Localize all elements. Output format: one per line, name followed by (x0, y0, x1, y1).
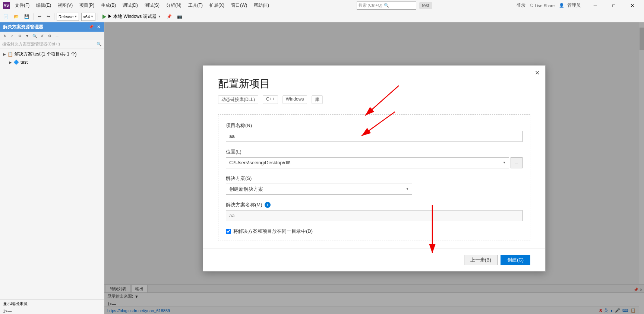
location-dropdown[interactable]: C:\Users\seeing\Desktop\dll\ ▼ (226, 157, 509, 168)
solution-name-group: 解决方案名称(M) i (226, 202, 523, 221)
separator-1 (34, 13, 34, 20)
attach-btn[interactable]: 📌 (165, 13, 174, 21)
browse-btn[interactable]: ... (511, 157, 523, 168)
modal-title: 配置新项目 (218, 77, 530, 91)
info-icon[interactable]: i (265, 202, 271, 208)
refresh-btn[interactable]: ↺ (39, 32, 45, 39)
redo-btn[interactable]: ↪ (45, 13, 52, 21)
menu-test[interactable]: 测试(S) (142, 1, 162, 9)
project-name-input[interactable] (226, 131, 523, 142)
solution-value: 创建新解决方案 (229, 186, 263, 193)
location-row: C:\Users\seeing\Desktop\dll\ ▼ ... (226, 157, 523, 168)
minimize-button[interactable]: ─ (587, 0, 604, 11)
menu-tools[interactable]: 工具(T) (185, 1, 206, 9)
checkbox-row: 将解决方案和项目放在同一目录中(D) (226, 228, 523, 235)
tree-item-test[interactable]: ▶ 🔷 test (0, 58, 104, 66)
menu-help[interactable]: 帮助(H) (251, 1, 272, 9)
create-button[interactable]: 创建(C) (501, 255, 530, 265)
vs-icon: VS (3, 2, 10, 9)
menu-bar: 文件(F) 编辑(E) 视图(V) 项目(P) 生成(B) 调试(D) 测试(S… (12, 1, 272, 9)
modal-overlay: ✕ 配置新项目 动态链接库(DLL) C++ Windows 库 项目名称(N (104, 22, 644, 314)
pin-icon[interactable]: 📌 (88, 24, 95, 30)
title-bar-left: VS 文件(F) 编辑(E) 视图(V) 项目(P) 生成(B) 调试(D) 测… (3, 1, 272, 9)
sidebar: 解决方案资源管理器 📌 ✕ ↻ ⌂ ⚙ ▼ 🔍 ↺ ⚙ ─ 搜索解决方案资源管理… (0, 22, 104, 314)
toolbar: 📄 📂 💾 ↩ ↪ Release ▼ x64 ▼ ▶ 本地 Windows 调… (0, 11, 644, 22)
form-section: 项目名称(N) 位置(L) C:\Users\seeing\Desktop\dl… (218, 114, 530, 241)
undo-btn[interactable]: ↩ (36, 13, 43, 21)
tag-dll: 动态链接库(DLL) (218, 95, 258, 104)
menu-analyze[interactable]: 分析(N) (163, 1, 184, 9)
menu-debug[interactable]: 调试(D) (120, 1, 141, 9)
search-btn[interactable]: 🔍 (31, 32, 38, 39)
output-label: 显示输出来源: (0, 299, 104, 308)
solution-name-input[interactable] (226, 210, 523, 221)
solution-dropdown-arrow: ▼ (406, 187, 409, 191)
solution-label: 解决方案'test'(1 个项目/共 1 个) (15, 51, 77, 57)
tree-item-solution[interactable]: ▶ 📋 解决方案'test'(1 个项目/共 1 个) (0, 50, 104, 58)
settings-btn[interactable]: ⚙ (16, 32, 23, 39)
output-content-line: 1>— (0, 308, 104, 314)
same-directory-checkbox[interactable] (226, 229, 231, 234)
solution-label: 解决方案(S) (226, 175, 523, 182)
solution-group: 解决方案(S) 创建新解决方案 ▼ (226, 175, 523, 195)
debug-btn[interactable]: ▶ 本地 Windows 调试器 ▼ (100, 13, 163, 20)
search-box[interactable]: 搜索 (Ctrl+Q) 🔍 (357, 1, 416, 10)
content-area: 错误列表 输出 📌 ✕ 显示输出来源: ▼ 1>— ✕ (104, 22, 644, 314)
profile-icon[interactable]: 👤 (559, 3, 564, 8)
new-project-btn[interactable]: 📄 (1, 13, 10, 21)
open-btn[interactable]: 📂 (12, 13, 21, 21)
location-label: 位置(L) (226, 149, 523, 155)
search-placeholder: 搜索 (Ctrl+Q) (359, 3, 382, 8)
sidebar-search: 搜索解决方案资源管理器(Ctrl+;) 🔍 (0, 40, 104, 48)
project-label: test (20, 60, 28, 65)
tag-lib: 库 (312, 95, 323, 104)
menu-window[interactable]: 窗口(W) (228, 1, 250, 9)
tag-cpp: C++ (263, 95, 278, 104)
project-name-label: 项目名称(N) (226, 122, 523, 129)
search-icon: 🔍 (384, 3, 389, 8)
live-share-btn[interactable]: ⬡ Live Share (530, 3, 555, 8)
sidebar-close-icon[interactable]: ✕ (96, 24, 101, 30)
close-button[interactable]: ✕ (624, 0, 641, 11)
menu-build[interactable]: 生成(B) (98, 1, 119, 9)
location-dropdown-arrow: ▼ (503, 161, 506, 164)
menu-view[interactable]: 视图(V) (55, 1, 76, 9)
platform-dropdown[interactable]: x64 ▼ (81, 13, 95, 21)
expand-arrow-solution: ▶ (3, 52, 6, 56)
modal-tags: 动态链接库(DLL) C++ Windows 库 (218, 95, 530, 104)
sync-btn[interactable]: ↻ (1, 32, 8, 39)
solution-dropdown[interactable]: 创建新解决方案 ▼ (226, 184, 412, 195)
sidebar-header: 解决方案资源管理器 📌 ✕ (0, 22, 104, 32)
screenshot-btn[interactable]: 📷 (175, 13, 184, 21)
debug-dropdown-arrow: ▼ (158, 15, 161, 18)
minus-icon[interactable]: ─ (54, 32, 60, 39)
manage-btn[interactable]: 管理员 (567, 2, 581, 9)
platform-dropdown-arrow: ▼ (91, 15, 94, 18)
checkbox-label[interactable]: 将解决方案和项目放在同一目录中(D) (233, 228, 313, 235)
menu-file[interactable]: 文件(F) (12, 1, 32, 9)
sidebar-search-text: 搜索解决方案资源管理器(Ctrl+;) (2, 41, 95, 47)
maximize-button[interactable]: □ (605, 0, 622, 11)
screenshot-icon: 📷 (177, 14, 182, 19)
sidebar-header-icons: 📌 ✕ (88, 24, 101, 30)
sidebar-search-icon[interactable]: 🔍 (97, 42, 102, 47)
modal-close-btn[interactable]: ✕ (533, 69, 542, 77)
home-btn[interactable]: ⌂ (9, 32, 16, 39)
filter-btn[interactable]: ▼ (24, 32, 31, 39)
project-icon: 🔷 (13, 60, 19, 65)
location-value: C:\Users\seeing\Desktop\dll\ (229, 160, 290, 165)
back-button[interactable]: 上一步(B) (464, 255, 498, 265)
attach-icon: 📌 (167, 14, 172, 19)
separator-2 (54, 13, 54, 20)
open-icon: 📂 (14, 14, 19, 19)
configuration-dropdown[interactable]: Release ▼ (57, 13, 79, 21)
menu-extensions[interactable]: 扩展(X) (206, 1, 227, 9)
title-bar: VS 文件(F) 编辑(E) 视图(V) 项目(P) 生成(B) 调试(D) 测… (0, 0, 644, 11)
menu-edit[interactable]: 编辑(E) (33, 1, 54, 9)
modal-dialog: ✕ 配置新项目 动态链接库(DLL) C++ Windows 库 项目名称(N (203, 65, 546, 272)
separator-3 (98, 13, 98, 20)
gear-icon[interactable]: ⚙ (46, 32, 53, 39)
menu-project[interactable]: 项目(P) (76, 1, 97, 9)
login-btn[interactable]: 登录 (517, 2, 525, 9)
save-btn[interactable]: 💾 (22, 13, 31, 21)
